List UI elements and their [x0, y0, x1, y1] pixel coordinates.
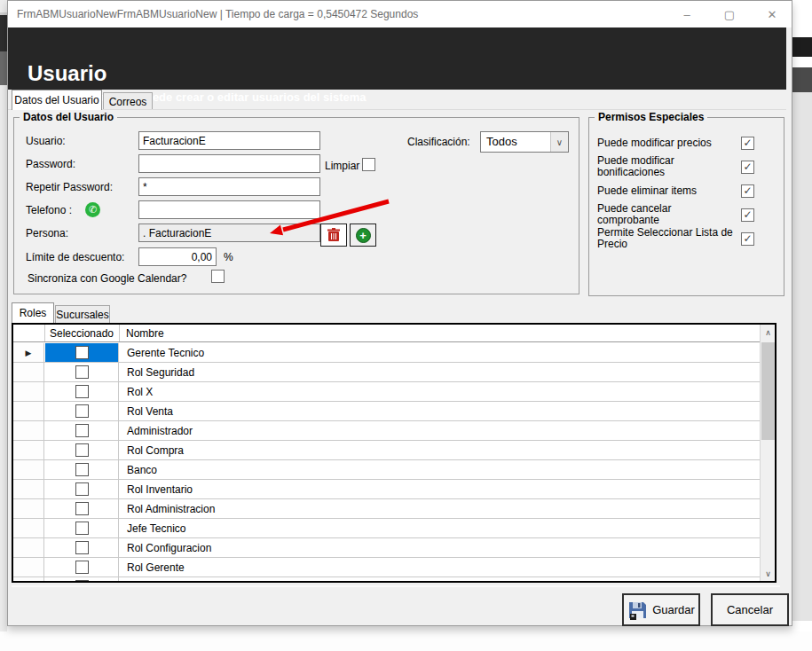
row-header-cell[interactable] [13, 382, 44, 401]
nombre-cell[interactable]: Rol Configuracion [120, 538, 760, 557]
save-button[interactable]: Guardar [622, 593, 700, 626]
table-scrollbar[interactable]: ∧ ∨ [760, 325, 775, 581]
table-row[interactable]: ▶Gerente Tecnico [13, 343, 760, 363]
current-row-indicator-icon[interactable]: ▶ [13, 343, 44, 362]
seleccionado-cell[interactable] [45, 460, 119, 479]
row-checkbox[interactable] [75, 404, 89, 418]
row-header-cell[interactable] [13, 558, 44, 576]
delete-persona-button[interactable] [320, 224, 347, 247]
persona-input[interactable] [138, 224, 320, 242]
close-icon[interactable]: ✕ [765, 8, 779, 21]
permiso-checkbox[interactable]: ✓ [741, 137, 754, 150]
column-header-seleccionado[interactable]: Seleccionado [44, 325, 119, 342]
row-checkbox[interactable] [75, 424, 89, 437]
table-row[interactable]: Rol Administracion [13, 499, 760, 519]
row-header-cell[interactable] [13, 460, 44, 479]
row-checkbox[interactable] [75, 522, 89, 535]
permiso-row: Puede eliminar items✓ [597, 182, 754, 200]
seleccionado-cell[interactable] [45, 363, 119, 381]
row-header-cell[interactable] [13, 519, 44, 537]
tab-roles[interactable]: Roles [12, 302, 54, 323]
chevron-down-icon[interactable]: ∨ [550, 132, 568, 152]
seleccionado-cell[interactable] [45, 382, 119, 401]
permiso-checkbox[interactable]: ✓ [741, 161, 754, 174]
nombre-cell[interactable]: Rol Administracion [120, 499, 760, 518]
row-checkbox[interactable] [75, 346, 89, 359]
nombre-cell[interactable]: Rol Venta [120, 402, 760, 420]
repetir-password-input[interactable] [138, 177, 320, 196]
seleccionado-cell[interactable] [45, 402, 119, 420]
tab-sucursales[interactable]: Sucursales [55, 305, 110, 323]
limite-descuento-input[interactable] [138, 247, 217, 266]
cancel-button[interactable]: Cancelar [711, 593, 789, 626]
row-checkbox[interactable] [75, 541, 89, 554]
permiso-checkbox[interactable]: ✓ [741, 208, 754, 222]
table-row[interactable]: Banco [13, 460, 760, 480]
add-persona-button[interactable]: + [350, 224, 376, 247]
row-header-cell[interactable] [13, 538, 44, 557]
row-checkbox[interactable] [75, 482, 89, 496]
maximize-icon[interactable]: ▢ [722, 8, 737, 21]
scroll-up-icon[interactable]: ∧ [761, 325, 776, 340]
telefono-label: Telefono : [26, 204, 72, 216]
nombre-cell[interactable]: Banco [120, 460, 760, 479]
table-row[interactable]: Rol Seguridad [13, 363, 760, 382]
table-row[interactable]: Rol Gerente [13, 558, 760, 577]
row-header-cell[interactable] [13, 499, 44, 518]
scrollbar-thumb[interactable] [761, 342, 775, 440]
seleccionado-cell[interactable] [45, 441, 119, 459]
row-header-cell[interactable] [13, 480, 44, 498]
row-checkbox[interactable] [75, 443, 89, 457]
seleccionado-cell[interactable] [45, 577, 119, 583]
table-row[interactable]: Jefe Tecnico [13, 519, 760, 538]
scroll-down-icon[interactable]: ∨ [761, 566, 776, 581]
row-checkbox[interactable] [75, 580, 89, 583]
permiso-checkbox[interactable]: ✓ [741, 184, 754, 198]
row-header-cell[interactable] [13, 441, 44, 459]
row-header-cell[interactable] [13, 402, 44, 420]
nombre-cell[interactable]: Jefe Tecnico [120, 519, 760, 537]
table-row[interactable]: Administrador [13, 421, 760, 441]
seleccionado-cell[interactable] [45, 499, 119, 518]
nombre-cell[interactable]: Rol Seguridad [120, 363, 760, 381]
password-input[interactable] [138, 154, 320, 173]
password-label: Password: [26, 158, 75, 170]
table-row[interactable]: Rol Compra [13, 441, 760, 460]
row-checkbox[interactable] [75, 561, 89, 574]
row-checkbox[interactable] [75, 385, 89, 398]
nombre-cell[interactable]: Rol Compra [120, 441, 760, 459]
nombre-cell[interactable]: Rol Gerente [120, 558, 760, 576]
nombre-cell[interactable] [120, 577, 760, 583]
seleccionado-cell[interactable] [45, 519, 119, 537]
table-row[interactable]: Rol Venta [13, 402, 760, 421]
row-header-cell[interactable] [13, 363, 44, 381]
row-checkbox[interactable] [75, 502, 89, 515]
row-header-cell[interactable] [13, 421, 44, 440]
table-row[interactable]: Rol X [13, 382, 760, 402]
minimize-icon[interactable]: – [680, 8, 694, 21]
seleccionado-cell[interactable] [45, 538, 119, 557]
column-header-nombre[interactable]: Nombre [126, 325, 164, 342]
nombre-cell[interactable]: Administrador [120, 421, 760, 440]
seleccionado-cell[interactable] [45, 480, 119, 498]
table-row[interactable]: Rol Inventario [13, 480, 760, 499]
row-header-cell[interactable] [13, 577, 44, 583]
seleccionado-cell[interactable] [45, 558, 119, 576]
clasificacion-select[interactable]: Todos ∨ [480, 131, 569, 153]
row-checkbox[interactable] [75, 365, 89, 379]
seleccionado-cell[interactable] [45, 343, 119, 362]
nombre-cell[interactable]: Rol Inventario [120, 480, 760, 498]
seleccionado-cell[interactable] [45, 421, 119, 440]
table-row[interactable] [13, 577, 760, 583]
tab-datos-del-usuario[interactable]: Datos del Usuario [12, 90, 102, 110]
tab-correos[interactable]: Correos [103, 92, 153, 110]
limpiar-checkbox[interactable] [362, 158, 375, 171]
google-calendar-checkbox[interactable] [211, 270, 225, 283]
table-row[interactable]: Rol Configuracion [13, 538, 760, 558]
nombre-cell[interactable]: Rol X [120, 382, 760, 401]
permiso-checkbox[interactable]: ✓ [741, 232, 754, 246]
nombre-cell[interactable]: Gerente Tecnico [120, 343, 760, 362]
usuario-input[interactable] [138, 131, 320, 150]
telefono-input[interactable] [138, 200, 320, 219]
row-checkbox[interactable] [75, 463, 89, 476]
